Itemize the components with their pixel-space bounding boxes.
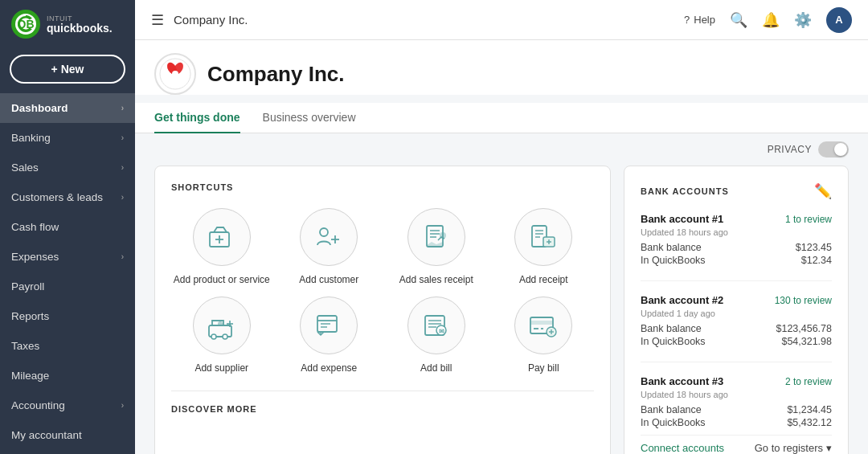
- bank-account-name: Bank account #2: [641, 294, 723, 306]
- shortcut-add-product[interactable]: Add product or service: [171, 208, 272, 287]
- add-product-icon: [206, 221, 238, 253]
- bank-balance-label: Bank balance: [641, 242, 702, 253]
- bank-balance-row: Bank balance $123.45: [641, 242, 832, 253]
- shortcut-add-sales-receipt[interactable]: Add sales receipt: [386, 208, 487, 287]
- in-qb-value: $5,432.12: [787, 417, 832, 428]
- chevron-right-icon: ›: [121, 104, 124, 112]
- shortcut-add-bill[interactable]: ✉ Add bill: [386, 297, 487, 375]
- shortcut-add-customer[interactable]: Add customer: [279, 208, 380, 287]
- sidebar-item-label: Banking: [11, 132, 121, 144]
- svg-point-13: [320, 228, 328, 236]
- privacy-toggle[interactable]: [818, 141, 849, 157]
- chevron-right-icon: ›: [121, 193, 124, 202]
- shortcuts-grid: Add product or service Add cus: [171, 208, 594, 374]
- sidebar-item-banking[interactable]: Banking ›: [0, 123, 135, 153]
- sidebar-item-label: My accountant: [11, 429, 124, 441]
- sidebar-item-label: Cash flow: [11, 221, 124, 233]
- shortcut-label: Add bill: [420, 362, 452, 375]
- chevron-right-icon: ›: [121, 133, 124, 142]
- bank-updated: Updated 1 day ago: [641, 309, 832, 318]
- help-button[interactable]: ? Help: [684, 14, 715, 26]
- go-to-registers-button[interactable]: Go to registers ▾: [755, 442, 832, 454]
- sidebar-item-sales[interactable]: Sales ›: [0, 153, 135, 182]
- new-button[interactable]: + New: [10, 55, 125, 84]
- svg-point-31: [218, 321, 223, 326]
- sidebar-item-taxes[interactable]: Taxes: [0, 331, 135, 361]
- svg-point-9: [172, 71, 178, 77]
- main-content: ☰ Company Inc. ? Help 🔍 🔔 ⚙️ A: [135, 0, 868, 454]
- tab-business-overview[interactable]: Business overview: [263, 103, 356, 133]
- shortcut-label: Add product or service: [174, 274, 270, 287]
- tab-get-things-done[interactable]: Get things done: [154, 103, 240, 133]
- shortcut-icon-circle: [300, 297, 358, 354]
- add-expense-icon: [313, 309, 345, 342]
- shortcut-icon-circle: [514, 297, 572, 354]
- sidebar-item-reports[interactable]: Reports: [0, 301, 135, 331]
- gear-icon[interactable]: ⚙️: [794, 11, 812, 29]
- shortcut-icon-circle: [193, 208, 251, 266]
- logo-text: intuit quickbooks.: [47, 15, 113, 34]
- add-sales-receipt-icon: [420, 221, 452, 253]
- shortcut-label: Add customer: [299, 274, 358, 287]
- topbar-company-name: Company Inc.: [174, 13, 684, 27]
- panels: SHORTCUTS Add product or service: [135, 166, 868, 454]
- in-qb-row: In QuickBooks $54,321.98: [641, 336, 832, 347]
- add-customer-icon: [313, 221, 345, 253]
- bank-balance-value: $123,456.78: [776, 323, 832, 334]
- chevron-right-icon: ›: [121, 252, 124, 261]
- in-qb-label: In QuickBooks: [641, 336, 706, 347]
- add-bill-icon: ✉: [420, 309, 452, 342]
- sidebar-navigation: Dashboard › Banking › Sales › Customers …: [0, 93, 135, 454]
- sidebar-item-customers-leads[interactable]: Customers & leads ›: [0, 182, 135, 212]
- go-to-registers-label: Go to registers: [755, 442, 823, 454]
- chevron-down-icon: ▾: [826, 442, 832, 454]
- connect-accounts-link[interactable]: Connect accounts: [641, 442, 724, 454]
- sidebar-item-expenses[interactable]: Expenses ›: [0, 242, 135, 272]
- sidebar-item-label: Reports: [11, 310, 124, 322]
- edit-icon[interactable]: ✏️: [814, 182, 832, 200]
- sidebar-item-accounting[interactable]: Accounting ›: [0, 391, 135, 420]
- sidebar-item-payroll[interactable]: Payroll: [0, 272, 135, 301]
- shortcut-label: Pay bill: [528, 362, 559, 375]
- menu-icon[interactable]: ☰: [151, 11, 164, 29]
- avatar[interactable]: A: [826, 7, 852, 33]
- search-icon[interactable]: 🔍: [730, 11, 747, 29]
- help-circle-icon: ?: [684, 14, 690, 26]
- privacy-label: PRIVACY: [768, 144, 812, 155]
- chevron-right-icon: ›: [121, 163, 124, 172]
- bank-account-name-row: Bank account #1 1 to review: [641, 213, 832, 225]
- shortcut-label: Add expense: [301, 362, 357, 375]
- shortcuts-card: SHORTCUTS Add product or service: [154, 166, 611, 454]
- svg-text:✉: ✉: [438, 328, 444, 335]
- quickbooks-label: quickbooks.: [47, 22, 113, 34]
- review-link[interactable]: 1 to review: [785, 214, 832, 225]
- bell-icon[interactable]: 🔔: [762, 11, 780, 29]
- shortcut-pay-bill[interactable]: Pay bill: [493, 297, 595, 375]
- bank-balance-row: Bank balance $123,456.78: [641, 323, 832, 334]
- shortcut-add-receipt[interactable]: Add receipt: [493, 208, 595, 287]
- bank-balance-label: Bank balance: [641, 404, 702, 415]
- shortcut-add-expense[interactable]: Add expense: [279, 297, 380, 375]
- bank-account-item: Bank account #1 1 to review Updated 18 h…: [641, 213, 832, 281]
- svg-point-29: [211, 334, 216, 339]
- shortcut-add-supplier[interactable]: Add supplier: [171, 297, 272, 375]
- review-link[interactable]: 130 to review: [775, 295, 832, 306]
- review-link[interactable]: 2 to review: [785, 376, 832, 387]
- sidebar-item-my-accountant[interactable]: My accountant: [0, 420, 135, 450]
- sidebar-item-dashboard[interactable]: Dashboard ›: [0, 93, 135, 123]
- bank-balance-value: $1,234.45: [787, 404, 832, 415]
- bank-updated: Updated 18 hours ago: [641, 227, 832, 237]
- sidebar-item-label: Dashboard: [11, 102, 121, 114]
- sidebar-item-cash-flow[interactable]: Cash flow: [0, 212, 135, 242]
- bank-account-item: Bank account #3 2 to review Updated 18 h…: [641, 375, 832, 428]
- sidebar-item-mileage[interactable]: Mileage: [0, 361, 135, 391]
- chevron-right-icon: ›: [121, 401, 124, 410]
- shortcut-icon-circle: [193, 297, 251, 354]
- topbar-actions: ? Help 🔍 🔔 ⚙️ A: [684, 7, 852, 33]
- in-qb-value: $12.34: [801, 255, 832, 266]
- sidebar-item-label: Sales: [11, 162, 121, 174]
- discover-more-section: DISCOVER MORE: [171, 391, 594, 414]
- sidebar-item-apps[interactable]: Apps ›: [0, 450, 135, 454]
- shortcut-icon-circle: ✉: [407, 297, 465, 354]
- sidebar-item-label: Expenses: [11, 251, 121, 263]
